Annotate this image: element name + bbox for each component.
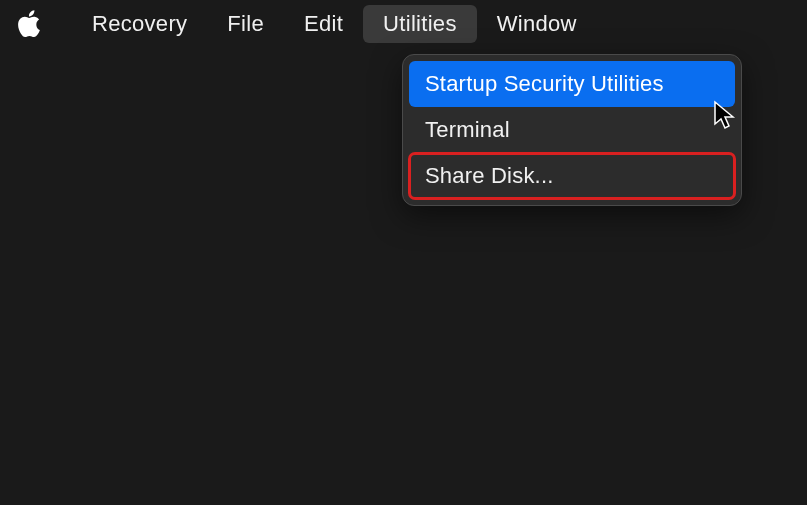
dropdown-startup-security[interactable]: Startup Security Utilities <box>409 61 735 107</box>
dropdown-share-disk[interactable]: Share Disk... <box>409 153 735 199</box>
utilities-dropdown: Startup Security Utilities Terminal Shar… <box>402 54 742 206</box>
menu-window[interactable]: Window <box>477 5 597 43</box>
menu-recovery[interactable]: Recovery <box>72 5 207 43</box>
cursor-icon <box>713 100 737 130</box>
menubar: Recovery File Edit Utilities Window <box>0 0 807 48</box>
dropdown-terminal[interactable]: Terminal <box>409 107 735 153</box>
apple-logo-icon[interactable] <box>16 10 44 38</box>
menu-edit[interactable]: Edit <box>284 5 363 43</box>
menu-file[interactable]: File <box>207 5 284 43</box>
menu-utilities[interactable]: Utilities <box>363 5 477 43</box>
